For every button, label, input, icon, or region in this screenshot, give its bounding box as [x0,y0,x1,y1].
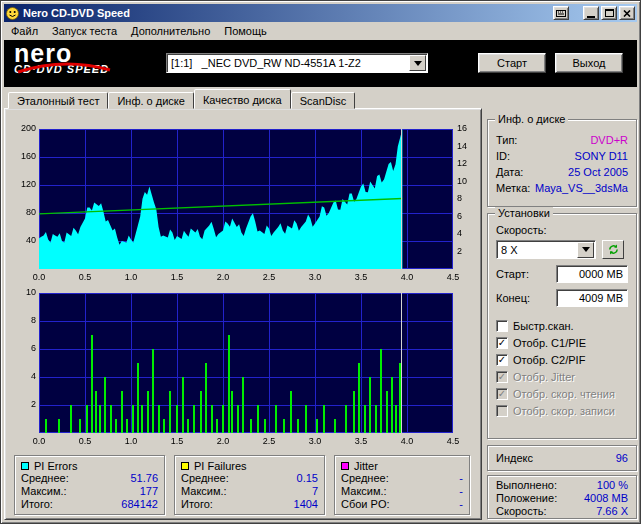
header-strip: nero CD·DVD SPEED [1:1] _NEC DVD_RW ND-4… [4,40,637,87]
pi-errors-legend: PI Errors Среднее:51.76 Максим.:177 Итог… [14,455,165,515]
checkbox-5: Отобр. скор. записи [496,402,628,419]
legend-value: - [459,472,463,485]
nero-swoosh-icon [16,61,112,75]
checkbox-label: Отобр. C2/PIF [513,354,585,366]
legend-value: 177 [140,485,158,498]
checkbox-box-icon[interactable]: ✓ [496,354,508,366]
legend-label: Максим.: [21,485,67,498]
close-icon [623,10,631,17]
position-label: Положение: [496,492,557,505]
disc-info-group: Инф. о диске Тип:DVD+R ID:SONY D11 Дата:… [487,119,637,207]
nero-logo: nero CD·DVD SPEED [14,41,164,85]
start-field[interactable]: 0000 MB [556,265,628,283]
checkbox-2[interactable]: ✓Отобр. C2/PIF [496,351,628,368]
tab-disc-quality[interactable]: Качество диска [194,89,291,109]
speed-status-value: 7.66 X [596,505,628,518]
chevron-down-icon[interactable] [409,55,426,71]
jitter-swatch-icon [341,462,349,470]
tabs: Эталонный тестИнф. о дискеКачество диска… [8,89,355,109]
disc-id-label: ID: [496,148,510,164]
maximize-icon [605,9,614,17]
menu-extra[interactable]: Дополнительно [124,23,217,39]
menu-run-test[interactable]: Запуск теста [45,23,124,39]
group-title: Установки [495,207,553,219]
index-label: Индекс [496,452,533,464]
start-field-label: Старт: [496,268,529,280]
exit-button[interactable]: Выход [555,53,623,73]
done-label: Выполнено: [496,479,557,492]
checkbox-3: ✓Отобр. Jitter [496,368,628,385]
disc-date-label: Дата: [496,164,523,180]
menubar: Файл Запуск теста Дополнительно Помощь [4,22,637,40]
legend-label: Среднее: [341,472,389,485]
drive-select-value: [1:1] _NEC DVD_RW ND-4551A 1-Z2 [167,57,409,69]
smiley-app-icon [6,7,19,20]
disc-quality-panel: PI Errors Среднее:51.76 Максим.:177 Итог… [4,108,482,520]
legend-label: Итого: [181,498,213,511]
legend-title: PI Errors [34,460,77,472]
checkbox-4: ✓Отобр. скор. чтения [496,385,628,402]
index-group: Индекс 96 [487,445,637,471]
checkbox-label: Быстр.скан. [513,320,574,332]
chevron-down-icon[interactable] [577,242,594,258]
disc-type-label: Тип: [496,132,517,148]
legend-value: 684142 [121,498,158,511]
checkbox-box-icon[interactable] [496,320,508,332]
position-value: 4008 MB [584,492,628,505]
done-value: 100 % [597,479,628,492]
checkbox-label: Отобр. скор. чтения [513,388,615,400]
keyboard-icon[interactable] [553,6,569,20]
disc-date-value: 25 Oct 2005 [568,164,628,180]
speed-status-label: Скорость: [496,505,547,518]
legend-label: Сбои PO: [341,498,390,511]
pi-failures-chart [9,285,479,449]
legend-value: - [459,498,463,511]
tab-scandisc[interactable]: ScanDisc [291,92,355,109]
end-field-label: Конец: [496,292,530,304]
minimize-icon [587,16,595,18]
menu-help[interactable]: Помощь [217,23,274,39]
speed-label: Скорость: [496,224,628,236]
drive-select[interactable]: [1:1] _NEC DVD_RW ND-4551A 1-Z2 [166,53,428,73]
legend-label: Максим.: [181,485,227,498]
tab-benchmark[interactable]: Эталонный тест [8,92,108,109]
checkbox-label: Отобр. C1/PIE [513,337,586,349]
legend-label: Среднее: [181,472,229,485]
end-field[interactable]: 4009 MB [556,289,628,307]
checkbox-box-icon [496,405,508,417]
checkbox-1[interactable]: ✓Отобр. C1/PIE [496,334,628,351]
index-value: 96 [616,452,628,464]
checkbox-box-icon: ✓ [496,388,508,400]
titlebar[interactable]: Nero CD-DVD Speed [4,4,637,22]
close-button[interactable] [619,6,635,20]
legend-value: - [459,485,463,498]
pi-errors-chart [9,121,479,285]
speed-select[interactable]: 8 X [496,240,596,259]
settings-group: Установки Скорость: 8 X Старт: 0000 MB К… [487,213,637,439]
menu-file[interactable]: Файл [4,23,45,39]
pi-failures-swatch-icon [181,462,189,470]
pi-errors-swatch-icon [21,462,29,470]
checkbox-box-icon[interactable]: ✓ [496,337,508,349]
legend-value: 7 [312,485,318,498]
minimize-button[interactable] [583,6,599,20]
legend-value: 1404 [294,498,318,511]
tab-disc-info[interactable]: Инф. о диске [108,92,193,109]
disc-type-value: DVD+R [590,132,628,148]
legend-title: Jitter [354,460,378,472]
pi-failures-legend: PI Failures Среднее:0.15 Максим.:7 Итого… [174,455,325,515]
app-window: Nero CD-DVD Speed Файл Запуск теста Допо… [0,0,641,524]
checkbox-0[interactable]: Быстр.скан. [496,317,628,334]
legend-title: PI Failures [194,460,247,472]
speed-select-value: 8 X [497,244,577,256]
window-title: Nero CD-DVD Speed [23,7,551,19]
legend-label: Итого: [21,498,53,511]
group-title: Инф. о диске [495,113,568,125]
maximize-button[interactable] [601,6,617,20]
checkbox-label: Отобр. скор. записи [513,405,615,417]
checkbox-box-icon: ✓ [496,371,508,383]
refresh-button[interactable] [602,240,624,259]
refresh-icon [607,243,620,256]
start-button[interactable]: Старт [478,53,546,73]
legend-label: Максим.: [341,485,387,498]
